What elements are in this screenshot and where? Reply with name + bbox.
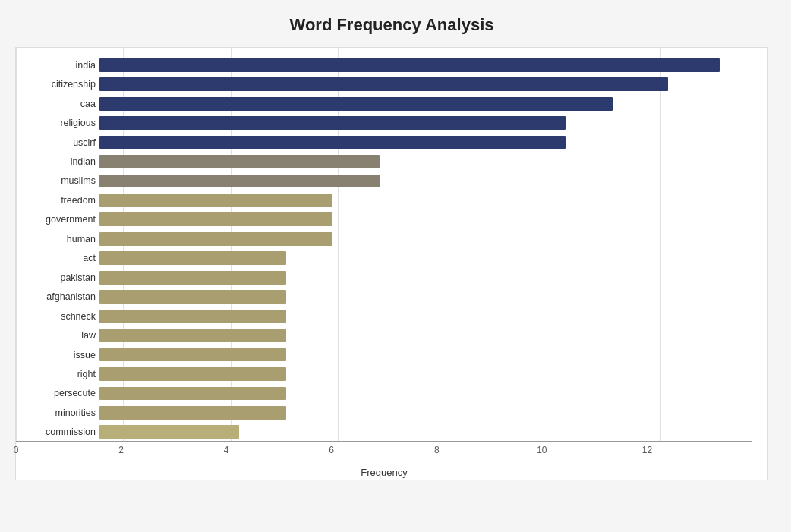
bar	[99, 387, 286, 401]
bar-row: indian	[99, 152, 752, 171]
bar-label: human	[16, 234, 96, 244]
bar-label: muslims	[16, 175, 96, 186]
bar-row: human	[99, 229, 752, 248]
bar-label: religious	[16, 118, 96, 128]
bar	[99, 58, 720, 72]
bar	[99, 212, 332, 226]
bar-row: act	[99, 249, 752, 268]
x-tick-label: 4	[224, 445, 229, 455]
bar-row: minorities	[99, 403, 752, 422]
bar-row: schneck	[99, 307, 752, 326]
x-tick-label: 6	[329, 445, 334, 455]
x-tick-label: 0	[14, 445, 19, 455]
bar-row: citizenship	[99, 74, 752, 93]
bar-row: india	[99, 55, 752, 74]
bar	[99, 175, 380, 188]
bar	[99, 77, 668, 91]
bar-label: pakistan	[16, 272, 96, 283]
bar-row: muslims	[99, 172, 752, 190]
bar	[99, 136, 566, 150]
bar-label: india	[16, 60, 96, 71]
x-axis-label: Frequency	[361, 467, 407, 478]
bar-row: right	[99, 364, 752, 383]
bar-label: law	[16, 330, 96, 341]
bar-label: schneck	[16, 311, 96, 322]
bar	[99, 310, 286, 323]
bar	[99, 367, 286, 381]
bar	[99, 271, 286, 285]
bar	[99, 329, 286, 342]
bar	[99, 116, 566, 130]
bar-label: act	[16, 253, 96, 263]
x-axis: Frequency 024681012	[16, 442, 752, 480]
bar-label: afghanistan	[16, 291, 96, 302]
x-tick-label: 12	[642, 445, 652, 455]
x-tick-label: 10	[537, 445, 547, 455]
bar	[99, 232, 332, 246]
bar-row: freedom	[99, 190, 752, 209]
bar-row: government	[99, 210, 752, 229]
bar-label: persecute	[16, 388, 96, 398]
bar-row: afghanistan	[99, 287, 752, 306]
chart-container: Word Frequency Analysis indiacitizenship…	[0, 0, 791, 532]
bar-row: pakistan	[99, 268, 752, 287]
x-tick-label: 2	[118, 445, 124, 455]
bar-label: commission	[16, 427, 96, 437]
bar-row: law	[99, 326, 752, 345]
bar-label: issue	[16, 350, 96, 360]
bar	[99, 290, 286, 304]
bar-row: persecute	[99, 384, 752, 403]
bar	[99, 97, 613, 111]
bar	[99, 194, 332, 207]
x-tick-label: 8	[434, 445, 440, 455]
chart-title: Word Frequency Analysis	[15, 15, 768, 35]
bar-label: minorities	[16, 408, 96, 418]
bar-label: indian	[16, 156, 96, 167]
bar-row: caa	[99, 94, 752, 113]
bar	[99, 251, 286, 265]
bar-row: religious	[99, 113, 752, 132]
bars-wrapper: indiacitizenshipcaareligioususcirfindian…	[99, 55, 752, 442]
bar-label: uscirf	[16, 137, 96, 148]
bar-row: commission	[99, 423, 752, 442]
bar	[99, 155, 380, 168]
bar	[99, 406, 286, 420]
bar-label: citizenship	[16, 79, 96, 90]
chart-area: indiacitizenshipcaareligioususcirfindian…	[15, 47, 768, 480]
bar	[99, 348, 286, 362]
bar-label: right	[16, 369, 96, 379]
bar-row: uscirf	[99, 133, 752, 152]
bar	[99, 425, 239, 439]
bar-row: issue	[99, 345, 752, 364]
bar-label: government	[16, 214, 96, 225]
bar-label: caa	[16, 99, 96, 109]
bar-label: freedom	[16, 195, 96, 206]
